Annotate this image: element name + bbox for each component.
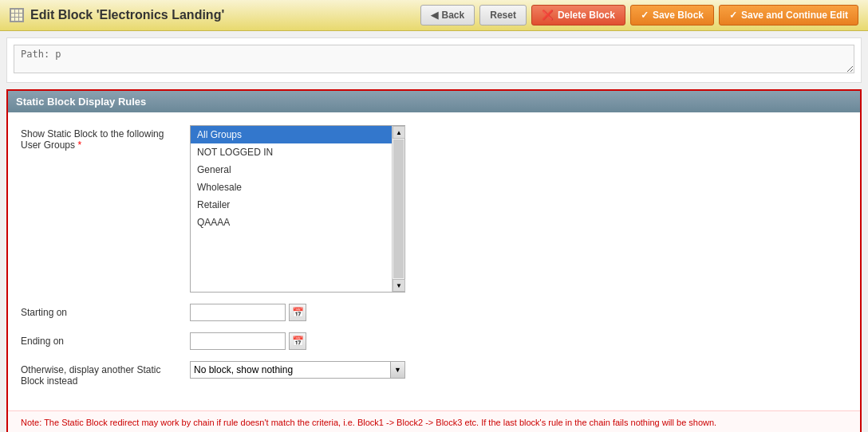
otherwise-select[interactable]: No block, show nothing <box>191 364 390 375</box>
save-icon: ✓ <box>641 10 649 21</box>
ending-on-row: Ending on 📅 <box>21 332 847 350</box>
user-groups-select-container[interactable]: All GroupsNOT LOGGED INGeneralWholesaleR… <box>190 125 405 293</box>
user-groups-label: Show Static Block to the following User … <box>21 125 180 151</box>
delete-icon: ❌ <box>542 10 554 21</box>
list-item[interactable]: All Groups <box>191 126 392 143</box>
list-item[interactable]: Retailer <box>191 196 392 214</box>
rules-section: Static Block Display Rules Show Static B… <box>6 89 862 432</box>
save-continue-icon: ✓ <box>729 10 737 21</box>
delete-block-button[interactable]: ❌ Delete Block <box>531 5 625 26</box>
main-content: Path: p Static Block Display Rules Show … <box>0 31 868 432</box>
required-star: * <box>77 139 81 151</box>
path-wrapper: Path: p <box>14 45 854 76</box>
starting-on-control: 📅 <box>190 304 306 321</box>
header-buttons: ◀ Back Reset ❌ Delete Block ✓ Save Block… <box>420 5 858 26</box>
scrollbar-thumb <box>393 139 404 278</box>
list-item[interactable]: General <box>191 161 392 179</box>
starting-calendar-btn[interactable]: 📅 <box>289 304 306 321</box>
title-text: Edit Block 'Electronics Landing' <box>30 8 224 22</box>
user-groups-control: All GroupsNOT LOGGED INGeneralWholesaleR… <box>190 125 413 293</box>
scrollbar-track: ▲ ▼ <box>392 126 404 292</box>
otherwise-control: No block, show nothing ▼ <box>190 361 413 379</box>
ending-on-control: 📅 <box>190 332 306 350</box>
back-icon: ◀ <box>431 10 438 21</box>
rules-title: Static Block Display Rules <box>16 96 146 108</box>
starting-on-input[interactable] <box>190 304 286 321</box>
page-title: Edit Block 'Electronics Landing' <box>10 8 224 22</box>
note-text: Note: The Static Block redirect may work… <box>8 410 860 432</box>
list-item[interactable]: NOT LOGGED IN <box>191 143 392 161</box>
otherwise-select-arrow[interactable]: ▼ <box>390 362 404 378</box>
user-groups-row: Show Static Block to the following User … <box>21 125 847 293</box>
ending-calendar-btn[interactable]: 📅 <box>289 332 306 350</box>
otherwise-select-wrapper: No block, show nothing ▼ <box>190 361 405 379</box>
starting-on-label: Starting on <box>21 304 180 318</box>
otherwise-label: Otherwise, display another Static Block … <box>21 361 180 387</box>
list-item[interactable]: Wholesale <box>191 179 392 196</box>
save-continue-button[interactable]: ✓ Save and Continue Edit <box>719 5 858 26</box>
ending-on-input[interactable] <box>190 332 286 350</box>
ending-on-label: Ending on <box>21 332 180 347</box>
textarea-section: Path: p <box>6 37 862 83</box>
path-textarea[interactable]: Path: p <box>14 45 854 73</box>
user-groups-list[interactable]: All GroupsNOT LOGGED INGeneralWholesaleR… <box>191 126 392 292</box>
list-item[interactable]: QAAAA <box>191 214 392 231</box>
grid-icon <box>10 8 24 22</box>
reset-button[interactable]: Reset <box>479 5 527 26</box>
rules-header: Static Block Display Rules <box>8 91 860 112</box>
scroll-down-btn[interactable]: ▼ <box>393 279 405 292</box>
starting-on-row: Starting on 📅 <box>21 304 847 321</box>
otherwise-row: Otherwise, display another Static Block … <box>21 361 847 387</box>
rules-body: Show Static Block to the following User … <box>8 112 860 410</box>
scroll-up-btn[interactable]: ▲ <box>393 126 405 139</box>
header-bar: Edit Block 'Electronics Landing' ◀ Back … <box>0 0 868 31</box>
save-block-button[interactable]: ✓ Save Block <box>630 5 714 26</box>
back-button[interactable]: ◀ Back <box>420 5 475 26</box>
